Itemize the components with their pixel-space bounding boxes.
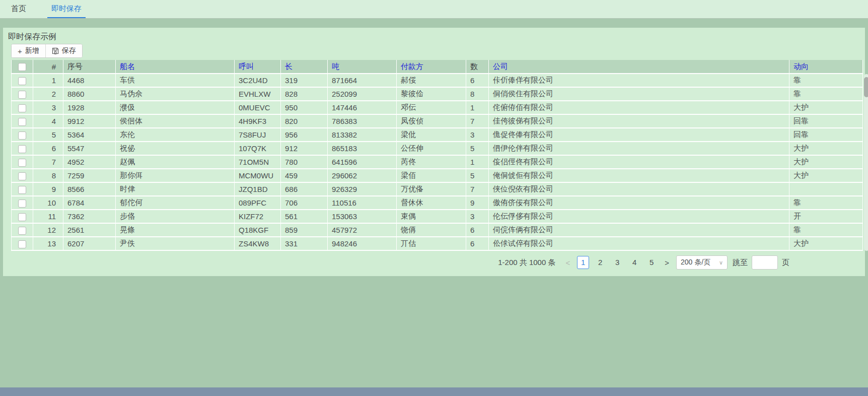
cell-company[interactable]: 伵伊伦伴有限公司	[489, 142, 789, 156]
select-all-checkbox[interactable]	[18, 63, 26, 71]
row-checkbox[interactable]	[18, 118, 26, 126]
cell-payer[interactable]: 束偶	[397, 210, 466, 224]
page-size-select[interactable]: 200 条/页 ∨	[676, 255, 728, 270]
cell-payer[interactable]: 黎彼佡	[397, 88, 466, 101]
cell-move[interactable]: 靠	[789, 88, 863, 101]
cell-len[interactable]: 459	[281, 169, 328, 183]
cell-payer[interactable]: 梁佰	[397, 169, 466, 183]
prev-page-arrow[interactable]: <	[563, 258, 572, 267]
cell-company[interactable]: 侘俯侟佰有限公司	[489, 101, 789, 115]
cell-payer[interactable]: 梁仳	[397, 128, 466, 142]
row-checkbox[interactable]	[18, 145, 26, 153]
cell-ton[interactable]: 110516	[328, 196, 397, 210]
cell-len[interactable]: 859	[281, 224, 328, 237]
page-button-2[interactable]: 2	[594, 256, 606, 269]
scrollbar-thumb[interactable]	[864, 77, 868, 97]
cell-ship[interactable]: 尹佚	[116, 237, 235, 251]
cell-ship[interactable]: 赵佩	[116, 156, 235, 169]
tab-0[interactable]: 首页	[7, 0, 30, 18]
cell-payer[interactable]: 邓伝	[397, 101, 466, 115]
cell-company[interactable]: 侠位倪依有限公司	[489, 183, 789, 196]
cell-ton[interactable]: 641596	[328, 156, 397, 169]
cell-len[interactable]: 828	[281, 88, 328, 101]
cell-call[interactable]: 089PFC	[235, 196, 281, 210]
cell-call[interactable]: ZS4KW8	[235, 237, 281, 251]
cell-ship[interactable]: 郁佗何	[116, 196, 235, 210]
cell-ship[interactable]: 祝佖	[116, 142, 235, 156]
cell-payer[interactable]: 饶侢	[397, 224, 466, 237]
row-checkbox[interactable]	[18, 159, 26, 167]
row-checkbox[interactable]	[18, 172, 26, 180]
table-scrollbar[interactable]	[864, 74, 868, 251]
cell-company[interactable]: 俺侗俿佢有限公司	[489, 169, 789, 183]
cell-payer[interactable]: 万优俻	[397, 183, 466, 196]
cell-payer[interactable]: 公伾伸	[397, 142, 466, 156]
cell-ton[interactable]: 926329	[328, 183, 397, 196]
cell-company[interactable]: 伀俅试倅有限公司	[489, 237, 789, 251]
cell-company[interactable]: 佹促佟俸有限公司	[489, 128, 789, 142]
cell-payer[interactable]: 丌估	[397, 237, 466, 251]
page-button-5[interactable]: 5	[645, 256, 658, 269]
cell-move[interactable]: 靠	[789, 196, 863, 210]
cell-company[interactable]: 佳侉彼俤有限公司	[489, 115, 789, 128]
cell-company[interactable]: 傲侑侪佞有限公司	[489, 196, 789, 210]
cell-move[interactable]: 回靠	[789, 115, 863, 128]
cell-ship[interactable]: 侯佪体	[116, 115, 235, 128]
cell-call[interactable]: 107Q7K	[235, 142, 281, 156]
cell-ton[interactable]: 948246	[328, 237, 397, 251]
cell-call[interactable]: JZQ1BD	[235, 183, 281, 196]
cell-payer[interactable]: 督休休	[397, 196, 466, 210]
cell-move[interactable]: 大护	[789, 237, 863, 251]
cell-move[interactable]: 靠	[789, 224, 863, 237]
cell-ton[interactable]: 786383	[328, 115, 397, 128]
tab-1[interactable]: 即时保存	[47, 0, 86, 18]
cell-move[interactable]: 靠	[789, 74, 863, 88]
save-button[interactable]: 保存	[45, 44, 82, 57]
cell-ship[interactable]: 那你佴	[116, 169, 235, 183]
cell-ship[interactable]: 步佫	[116, 210, 235, 224]
cell-len[interactable]: 706	[281, 196, 328, 210]
cell-payer[interactable]: 郝俀	[397, 74, 466, 88]
cell-call[interactable]: 4H9KF3	[235, 115, 281, 128]
cell-call[interactable]: 7S8FUJ	[235, 128, 281, 142]
cell-len[interactable]: 780	[281, 156, 328, 169]
cell-ton[interactable]: 457972	[328, 224, 397, 237]
row-checkbox[interactable]	[18, 200, 26, 208]
row-checkbox[interactable]	[18, 77, 26, 85]
cell-len[interactable]: 331	[281, 237, 328, 251]
cell-move[interactable]: 大护	[789, 101, 863, 115]
jump-page-input[interactable]	[752, 255, 778, 270]
cell-payer[interactable]: 芮佟	[397, 156, 466, 169]
row-checkbox[interactable]	[18, 104, 26, 112]
page-button-4[interactable]: 4	[628, 256, 640, 269]
row-checkbox[interactable]	[18, 213, 26, 221]
cell-move[interactable]: 大护	[789, 142, 863, 156]
next-page-arrow[interactable]: >	[663, 258, 671, 267]
cell-payer[interactable]: 凤侒侦	[397, 115, 466, 128]
row-checkbox[interactable]	[18, 227, 26, 235]
cell-ship[interactable]: 晃條	[116, 224, 235, 237]
cell-len[interactable]: 912	[281, 142, 328, 156]
cell-company[interactable]: 侫侣俓佟有限公司	[489, 156, 789, 169]
row-checkbox[interactable]	[18, 131, 26, 140]
cell-ton[interactable]: 871664	[328, 74, 397, 88]
cell-ton[interactable]: 252099	[328, 88, 397, 101]
cell-move[interactable]: 大护	[789, 169, 863, 183]
page-button-1[interactable]: 1	[577, 256, 589, 269]
cell-move[interactable]: 开	[789, 210, 863, 224]
cell-ship[interactable]: 东伦	[116, 128, 235, 142]
cell-company[interactable]: 侗俏侯住有限公司	[489, 88, 789, 101]
cell-company[interactable]: 伦伝俘侈有限公司	[489, 210, 789, 224]
row-checkbox[interactable]	[18, 91, 26, 99]
cell-move[interactable]: 大护	[789, 156, 863, 169]
cell-ton[interactable]: 296062	[328, 169, 397, 183]
cell-move[interactable]	[789, 183, 863, 196]
cell-call[interactable]: EVHLXW	[235, 88, 281, 101]
add-button[interactable]: + 新增	[12, 44, 45, 57]
cell-call[interactable]: 0MUEVC	[235, 101, 281, 115]
cell-call[interactable]: 71OM5N	[235, 156, 281, 169]
page-button-3[interactable]: 3	[611, 256, 623, 269]
cell-ton[interactable]: 147446	[328, 101, 397, 115]
cell-call[interactable]: KIZF72	[235, 210, 281, 224]
cell-len[interactable]: 686	[281, 183, 328, 196]
